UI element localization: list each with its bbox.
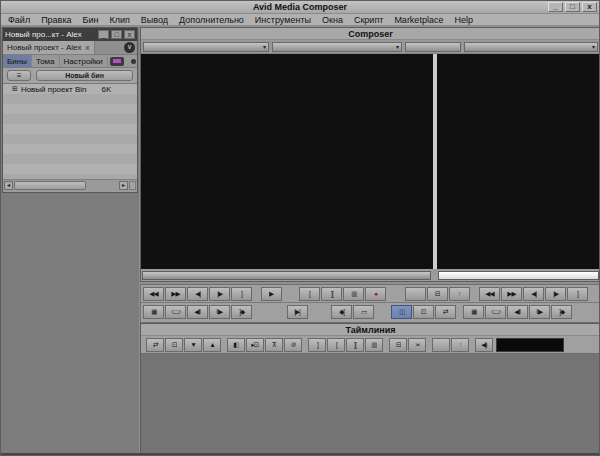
- step-backward-button[interactable]: ◀|: [187, 287, 208, 301]
- gang-button[interactable]: ⊂⊃: [165, 305, 186, 319]
- source-monitor[interactable]: [141, 54, 433, 269]
- minimize-button[interactable]: _: [548, 2, 563, 12]
- segment-splice-button[interactable]: ▲: [203, 338, 221, 352]
- timeline-mark-clip-button[interactable]: ][: [346, 338, 364, 352]
- tab-volumes[interactable]: Тома: [32, 55, 60, 67]
- scroll-left-icon[interactable]: ◂: [4, 181, 13, 190]
- mark-out-button[interactable]: ]: [231, 287, 252, 301]
- step-backward-right-button[interactable]: ◀|: [523, 287, 544, 301]
- lift-button[interactable]: ↑: [449, 287, 470, 301]
- red-arrow-tool-button[interactable]: ↑: [451, 338, 469, 352]
- timeline-trim-mode-button[interactable]: ⇄: [146, 338, 164, 352]
- audio-monitor-button[interactable]: ◀): [475, 338, 493, 352]
- video-quality-button[interactable]: ▦: [143, 305, 164, 319]
- bins-menu-button[interactable]: ≡: [7, 70, 31, 81]
- record-position-bar[interactable]: [438, 271, 599, 280]
- lift-button-glyph: ↑: [458, 290, 460, 297]
- play-in-to-out-button[interactable]: |▶|: [287, 305, 308, 319]
- menu-script[interactable]: Скрипт: [354, 15, 383, 25]
- project-close-button[interactable]: x: [124, 30, 135, 39]
- trim-a-side-button[interactable]: ◀‖: [187, 305, 208, 319]
- project-minimize-button[interactable]: _: [98, 30, 109, 39]
- audio-monitor-button-glyph: ◀): [481, 341, 486, 349]
- tab-settings[interactable]: Настройки: [60, 55, 108, 67]
- tab-bins[interactable]: Бины: [3, 55, 32, 67]
- rewind-right-button[interactable]: ◀◀: [479, 287, 500, 301]
- record-tracking-menu[interactable]: ▾: [464, 42, 598, 52]
- project-maximize-button[interactable]: □: [111, 30, 122, 39]
- segment-overwrite-button[interactable]: ▼: [184, 338, 202, 352]
- splice-in-button[interactable]: →: [405, 287, 426, 301]
- tab-close-icon[interactable]: x: [86, 43, 90, 52]
- resize-grip[interactable]: [129, 181, 136, 190]
- play-to-out-button[interactable]: ▥: [343, 287, 364, 301]
- menu-output[interactable]: Вывод: [141, 15, 168, 25]
- gang-right-button[interactable]: ⊂⊃: [485, 305, 506, 319]
- fast-forward-right-button[interactable]: ▶▶: [501, 287, 522, 301]
- bin-list-item[interactable]: ⊞ Новый проект Bin 6K: [3, 84, 137, 94]
- mark-clip-button[interactable]: ][: [321, 287, 342, 301]
- timeline-mark-clip-button-glyph: ][: [354, 341, 356, 348]
- extract-button[interactable]: ⊟: [427, 287, 448, 301]
- motion-effect-button[interactable]: ▸⊡: [246, 338, 264, 352]
- yellow-arrow-tool-button[interactable]: ↓: [432, 338, 450, 352]
- play-button[interactable]: ▶: [261, 287, 282, 301]
- scroll-right-icon[interactable]: ▸: [119, 181, 128, 190]
- mark-out-right-button[interactable]: ]: [567, 287, 588, 301]
- effect-mode-button[interactable]: ◧: [227, 338, 245, 352]
- mark-in-button[interactable]: [: [299, 287, 320, 301]
- timeline-extract-button[interactable]: ⊟: [389, 338, 407, 352]
- record-button[interactable]: ●: [365, 287, 386, 301]
- project-tab[interactable]: Новый проект - Alex x: [3, 41, 95, 54]
- go-to-in-button[interactable]: ◆[: [331, 305, 352, 319]
- segment-mode-button[interactable]: ⊡: [413, 305, 434, 319]
- go-to-out-right-button[interactable]: ]◆: [551, 305, 572, 319]
- menu-file[interactable]: Файл: [8, 15, 30, 25]
- rewind-button[interactable]: ◀◀: [143, 287, 164, 301]
- video-quality-right-button[interactable]: ▦: [463, 305, 484, 319]
- new-bin-button[interactable]: Новый бин: [36, 70, 133, 81]
- timeline-body[interactable]: [141, 354, 600, 454]
- menu-advanced[interactable]: Дополнительно: [179, 15, 244, 25]
- timeline-mark-in-button-glyph: [: [336, 341, 337, 348]
- maximize-button[interactable]: □: [565, 2, 580, 12]
- record-timecode-field[interactable]: [405, 42, 461, 52]
- step-forward-button[interactable]: |▶: [209, 287, 230, 301]
- clear-marks-button[interactable]: ▥: [365, 338, 383, 352]
- menu-edit-glyph: Правка: [41, 15, 71, 25]
- fast-forward-button[interactable]: ▶▶: [165, 287, 186, 301]
- render-effect-button[interactable]: ⊼: [265, 338, 283, 352]
- menu-help[interactable]: Help: [454, 15, 473, 25]
- close-button[interactable]: x: [582, 2, 597, 12]
- trim-rollers-button[interactable]: ≍: [408, 338, 426, 352]
- source-clip-menu[interactable]: ▾: [143, 42, 269, 52]
- trim-mode-button[interactable]: ⇄: [435, 305, 456, 319]
- source-tracking-menu[interactable]: ▾: [272, 42, 402, 52]
- timeline-mark-out-button[interactable]: ]: [308, 338, 326, 352]
- menu-clip[interactable]: Клип: [109, 15, 129, 25]
- menu-clip-glyph: Клип: [109, 15, 129, 25]
- project-subtabs: Бины Тома Настройки: [3, 55, 137, 68]
- add-edit-button[interactable]: ▭: [353, 305, 374, 319]
- subtab-overflow-icon[interactable]: [131, 59, 136, 64]
- quick-menu-icon[interactable]: ∨: [124, 42, 135, 53]
- record-monitor[interactable]: [437, 54, 600, 269]
- source-position-bar[interactable]: [142, 271, 431, 280]
- trim-a-side-right-button[interactable]: ◀‖: [507, 305, 528, 319]
- trim-b-side-button[interactable]: ‖▶: [209, 305, 230, 319]
- bin-list-hscrollbar[interactable]: ◂ ▸: [3, 179, 137, 191]
- timeline-mark-in-button[interactable]: [: [327, 338, 345, 352]
- menu-marketplace[interactable]: Marketplace: [394, 15, 443, 25]
- fast-menu-icon[interactable]: [110, 57, 124, 66]
- menu-tools[interactable]: Инструменты: [255, 15, 311, 25]
- menu-windows[interactable]: Окна: [322, 15, 343, 25]
- go-to-out-button[interactable]: ]◆: [231, 305, 252, 319]
- scrollbar-thumb[interactable]: [14, 181, 86, 190]
- remove-effect-button[interactable]: ⊘: [284, 338, 302, 352]
- timeline-segment-mode-button[interactable]: ⊡: [165, 338, 183, 352]
- trim-b-side-right-button[interactable]: ‖▶: [529, 305, 550, 319]
- step-forward-right-button[interactable]: |▶: [545, 287, 566, 301]
- toggle-source-record-button[interactable]: ◫: [391, 305, 412, 319]
- menu-bin[interactable]: Бин: [83, 15, 99, 25]
- menu-edit[interactable]: Правка: [41, 15, 71, 25]
